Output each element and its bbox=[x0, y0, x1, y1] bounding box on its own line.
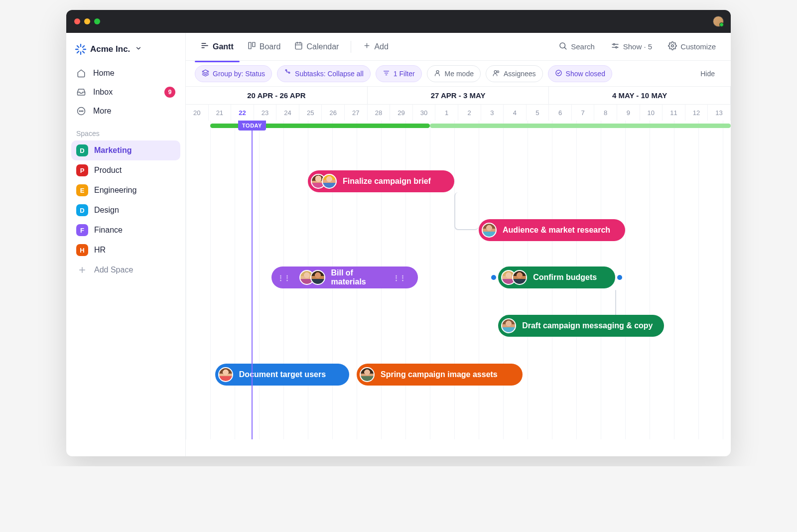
nav-more[interactable]: More bbox=[71, 102, 180, 121]
space-item-design[interactable]: DDesign bbox=[71, 200, 180, 220]
drag-handle-icon[interactable]: ⋮⋮ bbox=[274, 274, 293, 281]
day-cell: 22 bbox=[231, 105, 254, 121]
day-cell: 29 bbox=[390, 105, 413, 121]
spaces-label: Spaces bbox=[71, 121, 180, 140]
filter-icon bbox=[383, 69, 390, 78]
filter-subtasks[interactable]: Subtasks: Collapse all bbox=[277, 65, 371, 82]
gantt-icon bbox=[201, 41, 209, 52]
workspace-name: Acme Inc. bbox=[90, 44, 130, 54]
dependency-handle[interactable] bbox=[617, 275, 622, 280]
separator bbox=[351, 41, 351, 53]
task-bar[interactable]: Draft campaign messaging & copy bbox=[498, 315, 664, 337]
tab-label: Board bbox=[260, 42, 281, 51]
day-cell: 20 bbox=[186, 105, 209, 121]
drag-handle-icon[interactable]: ⋮⋮ bbox=[390, 274, 409, 281]
filter-show-closed[interactable]: Show closed bbox=[548, 65, 612, 82]
svg-point-10 bbox=[81, 111, 82, 112]
nav-label: More bbox=[93, 107, 111, 116]
task-bar[interactable]: Audience & market research bbox=[479, 219, 625, 241]
svg-line-5 bbox=[83, 51, 84, 53]
current-user-avatar[interactable] bbox=[713, 16, 724, 27]
tab-board[interactable]: Board bbox=[242, 38, 287, 55]
day-cell: 5 bbox=[527, 105, 549, 121]
task-bar[interactable]: Finalize campaign brief bbox=[308, 170, 454, 192]
day-cell: 11 bbox=[663, 105, 685, 121]
filter-count[interactable]: 1 Filter bbox=[376, 65, 422, 82]
task-bar[interactable]: Document target users bbox=[215, 364, 350, 386]
week-cell: 27 APR - 3 MAY bbox=[368, 87, 549, 104]
space-item-product[interactable]: PProduct bbox=[71, 160, 180, 180]
week-cell: 4 MAY - 10 MAY bbox=[549, 87, 731, 104]
chip-label: Group by: Status bbox=[213, 70, 265, 78]
day-cell: 25 bbox=[299, 105, 322, 121]
space-icon: F bbox=[76, 224, 88, 236]
day-cell: 30 bbox=[413, 105, 436, 121]
plus-icon bbox=[363, 42, 371, 51]
people-icon bbox=[493, 69, 500, 78]
workspace-switcher[interactable]: Acme Inc. bbox=[71, 39, 180, 64]
check-circle-icon bbox=[555, 69, 562, 78]
app-logo-icon bbox=[75, 44, 86, 55]
tab-gantt[interactable]: Gantt bbox=[195, 38, 240, 55]
filter-hide[interactable]: Hide bbox=[693, 66, 722, 82]
svg-point-38 bbox=[436, 70, 439, 73]
space-item-finance[interactable]: FFinance bbox=[71, 220, 180, 240]
filters-row: Group by: Status Subtasks: Collapse all … bbox=[186, 61, 731, 87]
space-item-engineering[interactable]: EEngineering bbox=[71, 180, 180, 200]
svg-marker-32 bbox=[202, 70, 209, 73]
tab-calendar[interactable]: Calendar bbox=[288, 38, 345, 55]
customize-button[interactable]: Customize bbox=[662, 37, 722, 56]
day-cell: 3 bbox=[481, 105, 504, 121]
svg-point-41 bbox=[555, 70, 561, 75]
svg-rect-18 bbox=[253, 42, 255, 47]
add-space-button[interactable]: Add Space bbox=[71, 260, 180, 280]
task-label: Finalize campaign brief bbox=[343, 177, 431, 186]
window-minimize[interactable] bbox=[84, 18, 90, 24]
space-item-hr[interactable]: HHR bbox=[71, 240, 180, 260]
task-bar[interactable]: Confirm budgets bbox=[498, 266, 615, 288]
assignee-avatar bbox=[322, 174, 337, 189]
window-close[interactable] bbox=[74, 18, 80, 24]
day-cell: 1 bbox=[435, 105, 458, 121]
today-marker: TODAY bbox=[238, 121, 266, 131]
search-icon bbox=[558, 41, 567, 52]
nav-inbox[interactable]: Inbox 9 bbox=[71, 83, 180, 102]
filter-group-by[interactable]: Group by: Status bbox=[195, 65, 272, 82]
svg-point-34 bbox=[285, 69, 287, 71]
tab-label: Gantt bbox=[213, 42, 234, 51]
person-icon bbox=[434, 69, 441, 78]
day-cell: 28 bbox=[368, 105, 391, 121]
space-icon: E bbox=[76, 184, 88, 196]
space-icon: D bbox=[76, 144, 88, 156]
task-bar[interactable]: ⋮⋮Bill of materials⋮⋮ bbox=[271, 266, 418, 288]
gantt-canvas[interactable]: TODAY Finalize campaign briefAudience & … bbox=[186, 121, 731, 439]
titlebar bbox=[66, 10, 731, 33]
svg-point-40 bbox=[497, 71, 499, 73]
day-cell: 4 bbox=[504, 105, 527, 121]
day-cell: 12 bbox=[685, 105, 708, 121]
day-cell: 13 bbox=[708, 105, 731, 121]
filter-me-mode[interactable]: Me mode bbox=[427, 65, 481, 82]
svg-line-4 bbox=[77, 46, 79, 47]
window-maximize[interactable] bbox=[94, 18, 100, 24]
nav-home[interactable]: Home bbox=[71, 64, 180, 83]
week-header: 20 APR - 26 APR27 APR - 3 MAY4 MAY - 10 … bbox=[186, 87, 731, 105]
svg-line-7 bbox=[83, 46, 84, 47]
day-cell: 21 bbox=[209, 105, 232, 121]
chip-label: Assignees bbox=[504, 70, 536, 78]
task-label: Confirm budgets bbox=[533, 273, 597, 282]
search-button[interactable]: Search bbox=[552, 37, 601, 56]
svg-point-11 bbox=[82, 111, 83, 112]
show-button[interactable]: Show · 5 bbox=[605, 37, 658, 56]
task-bar[interactable]: Spring campaign image assets bbox=[357, 364, 523, 386]
more-icon bbox=[76, 106, 86, 116]
space-label: HR bbox=[94, 246, 106, 255]
space-label: Marketing bbox=[94, 146, 132, 155]
week-cell: 20 APR - 26 APR bbox=[186, 87, 368, 104]
svg-point-30 bbox=[616, 47, 617, 48]
dependency-handle[interactable] bbox=[491, 275, 496, 280]
filter-assignees[interactable]: Assignees bbox=[486, 65, 543, 82]
space-item-marketing[interactable]: DMarketing bbox=[71, 140, 180, 160]
svg-point-39 bbox=[494, 70, 497, 73]
tab-add[interactable]: Add bbox=[357, 39, 394, 54]
